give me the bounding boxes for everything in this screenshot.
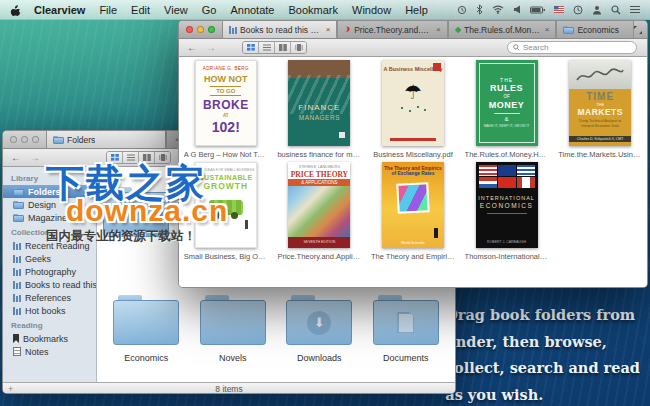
- sidebar-item-folders[interactable]: Folders: [3, 185, 96, 198]
- folder-item-documents[interactable]: Documents: [373, 295, 439, 363]
- book-item[interactable]: ADRIANE G. BERG HOW NOT TO GO BROKE AT 1…: [179, 60, 273, 162]
- time-machine-icon[interactable]: [457, 5, 467, 15]
- sidebar-item-label: Magazines: [28, 213, 72, 223]
- sidebar-item-bookmarks[interactable]: Bookmarks: [3, 332, 96, 345]
- zoom-button[interactable]: [208, 26, 215, 33]
- sidebar-item-label: Books to read this week: [25, 280, 97, 290]
- add-button[interactable]: +: [8, 384, 13, 394]
- fullscreen-icon[interactable]: [634, 21, 647, 38]
- notification-center-icon[interactable]: [630, 5, 640, 14]
- sidebar-item-notes[interactable]: Notes: [3, 345, 96, 358]
- sidebar-item-recent-reading[interactable]: Recent Reading: [3, 239, 96, 252]
- sidebar-item-label: Recent Reading: [25, 241, 90, 251]
- menu-bar: Clearview File Edit View Go Annotate Boo…: [0, 0, 650, 20]
- sidebar-item-references[interactable]: References: [3, 291, 96, 304]
- cover-title-line: MANAGERS: [299, 114, 340, 121]
- tab-price-theory[interactable]: Price.Theory.and.Appli... ×: [337, 21, 447, 38]
- flags-collage: [479, 165, 535, 188]
- input-flag-icon[interactable]: [554, 6, 564, 13]
- book-item[interactable]: BIG IDEAS FOR SMALL BUSINESS SUSTAINABLE…: [179, 162, 273, 264]
- sidebar-item-design[interactable]: Design: [3, 198, 96, 211]
- sidebar-item-photography[interactable]: Photography: [3, 265, 96, 278]
- book-item[interactable]: The Theory and Empirics of Exchange Rate…: [366, 162, 460, 264]
- book-item[interactable]: STEVEN E. LANDSBURG PRICE THEORY & APPLI…: [273, 162, 367, 264]
- documents-folder-icon: [373, 295, 439, 345]
- book-item[interactable]: THE RULES OF MONEY & MAKE IT, KEEP IT, G…: [460, 60, 554, 162]
- tab-books-to-read[interactable]: Books to read this week ×: [222, 21, 337, 38]
- battery-icon[interactable]: [530, 6, 545, 14]
- cover-subtitle: MAKE IT, KEEP IT, GROW IT: [484, 124, 530, 129]
- zoom-button[interactable]: [32, 136, 39, 143]
- sidebar-item-hot-books[interactable]: Hot books: [3, 304, 96, 317]
- tab-economics[interactable]: Economics: [556, 21, 634, 38]
- painting-illustration: [288, 186, 350, 237]
- sidebar-item-magazines[interactable]: Magazines: [3, 211, 96, 224]
- tab-folders[interactable]: Folders: [46, 131, 166, 148]
- view-grid-button[interactable]: [107, 152, 123, 163]
- sidebar-section-collections: Collections: [3, 224, 96, 239]
- sidebar-item-books-to-read[interactable]: Books to read this week: [3, 278, 96, 291]
- close-button[interactable]: [186, 26, 193, 33]
- book-item[interactable]: INTERNATIONAL ECONOMICS ROBERT J. CARBAU…: [460, 162, 554, 264]
- folder-item-novels[interactable]: Novels: [200, 295, 266, 363]
- view-list-button[interactable]: [123, 152, 139, 163]
- book-item[interactable]: TIME THE MARKETS Using Technical Analysi…: [553, 60, 647, 162]
- book-grid: ADRIANE G. BERG HOW NOT TO GO BROKE AT 1…: [179, 57, 647, 288]
- sidebar-item-geeks[interactable]: Geeks: [3, 252, 96, 265]
- menu-item-edit[interactable]: Edit: [124, 4, 157, 16]
- downloads-folder-icon: ⬇: [286, 295, 352, 345]
- books-icon: [13, 281, 21, 289]
- bluetooth-icon[interactable]: [476, 4, 483, 15]
- volume-icon[interactable]: [513, 5, 521, 14]
- cover-title-line: TIME: [586, 91, 614, 102]
- back-button[interactable]: ←: [187, 42, 197, 53]
- sidebar: Library Folders Design Magazines Collect…: [3, 167, 97, 382]
- epub-icon: [455, 26, 461, 34]
- close-tab-icon[interactable]: ×: [326, 25, 331, 34]
- search-input[interactable]: Search: [507, 41, 637, 54]
- note-icon: [13, 347, 21, 356]
- folder-label: Novels: [219, 353, 247, 363]
- minimize-button[interactable]: [21, 136, 28, 143]
- user-icon[interactable]: [592, 5, 602, 15]
- menu-item-annotate[interactable]: Annotate: [223, 4, 281, 16]
- menu-item-file[interactable]: File: [92, 4, 124, 16]
- book-item[interactable]: A Business Miscellany ☂ Business Miscell…: [366, 60, 460, 162]
- menu-item-go[interactable]: Go: [195, 4, 224, 16]
- sidebar-item-label: References: [25, 293, 71, 303]
- close-button[interactable]: [10, 136, 17, 143]
- minimize-button[interactable]: [197, 26, 204, 33]
- close-tab-icon[interactable]: ×: [545, 25, 550, 34]
- view-coverflow-button[interactable]: [155, 152, 170, 163]
- tab-rules-of-money[interactable]: The.Rules.of.Money.Ho... ×: [448, 21, 557, 38]
- menu-status-area: [457, 4, 650, 15]
- view-columns-button[interactable]: [139, 152, 155, 163]
- menu-item-help[interactable]: Help: [398, 4, 435, 16]
- back-button[interactable]: ←: [11, 152, 21, 163]
- forward-button[interactable]: →: [30, 152, 40, 163]
- view-grid-button[interactable]: [243, 42, 259, 53]
- menu-item-view[interactable]: View: [157, 4, 195, 16]
- chart-squiggle-icon: [575, 66, 625, 84]
- folder-item-economics[interactable]: Economics: [113, 295, 179, 363]
- menu-item-clearview[interactable]: Clearview: [27, 4, 92, 16]
- view-columns-button[interactable]: [275, 42, 291, 53]
- wifi-icon[interactable]: [492, 5, 504, 14]
- books-window: Books to read this week × Price.Theory.a…: [178, 20, 648, 288]
- folder-item-downloads[interactable]: ⬇ Downloads: [286, 295, 352, 363]
- books-icon: [13, 268, 21, 276]
- view-list-button[interactable]: [259, 42, 275, 53]
- spotlight-icon[interactable]: [611, 5, 621, 15]
- view-coverflow-button[interactable]: [291, 42, 306, 53]
- book-item[interactable]: FINANCE MANAGERS business finance for ma…: [273, 60, 367, 162]
- apple-menu-icon[interactable]: [10, 3, 21, 16]
- close-tab-icon[interactable]: ×: [436, 25, 441, 34]
- cover-subtitle: Using Technical Analysis to Interpret Ec…: [569, 119, 631, 128]
- folder-icon: [13, 188, 24, 196]
- forward-button[interactable]: →: [206, 42, 216, 53]
- menu-item-bookmark[interactable]: Bookmark: [281, 4, 345, 16]
- folder-icon: [13, 214, 24, 222]
- folder-item-partial[interactable]: [103, 187, 169, 237]
- clock-icon[interactable]: [573, 5, 583, 15]
- menu-item-window[interactable]: Window: [345, 4, 398, 16]
